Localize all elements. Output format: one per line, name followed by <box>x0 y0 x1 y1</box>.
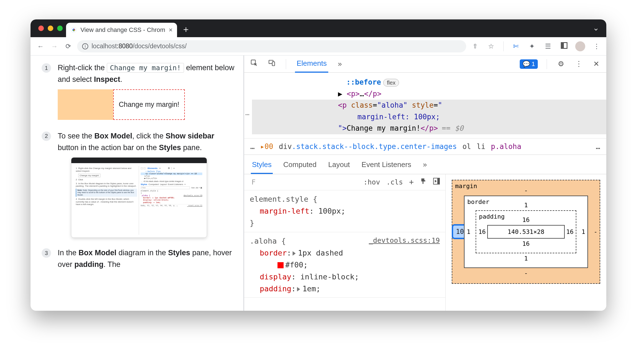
device-toggle-icon[interactable] <box>267 59 277 69</box>
content-area: 1 Right-click the Change my margin! elem… <box>31 55 606 311</box>
hov-toggle[interactable]: :hov <box>364 178 380 186</box>
traffic-zoom[interactable] <box>57 26 63 31</box>
tab-layout[interactable]: Layout <box>327 158 351 174</box>
page-pane: 1 Right-click the Change my margin! elem… <box>31 55 244 311</box>
chrome-menu-icon[interactable]: ⋮ <box>591 42 601 50</box>
extensions-icon[interactable]: ✦ <box>527 42 537 50</box>
styles-filter-input[interactable]: F <box>250 177 272 187</box>
step-2: 2 To see the Box Model, click the Show s… <box>42 130 235 239</box>
step-body: In the Box Model diagram in the Styles p… <box>58 247 235 271</box>
crumb-ol[interactable]: ol <box>462 142 471 151</box>
toolbar-actions: ⇧ ☆ ✄ ✦ ☰ ⋮ <box>470 41 601 51</box>
step-number: 2 <box>42 132 51 141</box>
settings-gear-icon[interactable]: ⚙ <box>556 60 566 68</box>
new-tab-button[interactable]: ＋ <box>177 22 195 37</box>
profile-avatar[interactable] <box>575 41 585 51</box>
cls-toggle[interactable]: .cls <box>386 178 403 186</box>
issues-chip[interactable]: 💬 1 <box>520 59 538 69</box>
back-button[interactable]: ← <box>36 42 46 50</box>
box-model-margin[interactable]: margin - 100 - border 1 1 1 padding 16 <box>452 180 600 284</box>
step-1: 1 Right-click the Change my margin! elem… <box>42 62 235 122</box>
flex-badge[interactable]: flex <box>383 79 399 87</box>
paint-icon[interactable] <box>420 178 427 186</box>
tab-overflow-icon[interactable]: ⌄ <box>593 23 599 32</box>
dom-tree[interactable]: ⋯ ::beforeflex ▶ <p>…</p> <p class="aloh… <box>244 73 606 138</box>
reload-button[interactable]: ⟳ <box>63 42 73 50</box>
side-panel-icon[interactable] <box>559 42 569 50</box>
dom-breadcrumbs[interactable]: … ▸00 div.stack.stack--block.type.center… <box>244 138 606 155</box>
tab-more[interactable]: » <box>422 158 428 174</box>
margin-highlight <box>58 89 113 120</box>
toolbar-separator <box>503 41 504 51</box>
crumb-li[interactable]: li <box>477 142 485 151</box>
url-text: localhost:8080/docs/devtools/css/ <box>92 42 187 50</box>
color-swatch[interactable] <box>277 262 284 268</box>
tab-computed[interactable]: Computed <box>282 158 318 174</box>
expand-triangle-icon[interactable] <box>292 251 296 256</box>
traffic-close[interactable] <box>38 26 44 31</box>
tab-overflow[interactable]: » <box>336 56 343 72</box>
styles-rules: F :hov .cls + element.style { margi <box>244 174 445 311</box>
devtools-menu-icon[interactable]: ⋮ <box>574 60 584 68</box>
traffic-minimize[interactable] <box>48 26 53 31</box>
bookmark-star-icon[interactable]: ☆ <box>486 42 496 50</box>
demo-element[interactable]: Change my margin! <box>113 89 185 120</box>
step-body: Right-click the Change my margin! elemen… <box>58 62 235 122</box>
step-number: 1 <box>42 63 51 73</box>
step-3: 3 In the Box Model diagram in the Styles… <box>42 247 235 271</box>
devtools-tab-bar: Elements » 💬 1 ⚙ ⋮ ✕ <box>244 55 606 73</box>
browser-toolbar: ← → ⟳ i localhost:8080/docs/devtools/css… <box>31 37 606 55</box>
styles-filter-bar: F :hov .cls + <box>244 174 445 190</box>
tab-strip: View and change CSS - Chrom × ＋ ⌄ <box>31 19 606 37</box>
step-body: To see the Box Model, click the Show sid… <box>58 130 235 239</box>
devtools-pane: Elements » 💬 1 ⚙ ⋮ ✕ ⋯ ::beforeflex ▶ <p… <box>244 55 606 311</box>
tab-close-icon[interactable]: × <box>169 26 173 34</box>
tab-title: View and change CSS - Chrom <box>80 26 165 34</box>
reading-list-icon[interactable]: ☰ <box>543 42 553 50</box>
tab-event-listeners[interactable]: Event Listeners <box>360 158 412 174</box>
rule-element-style[interactable]: element.style { margin-left: 100px; } <box>244 190 445 232</box>
crumb-p[interactable]: p.aloha <box>491 142 521 151</box>
tab-elements[interactable]: Elements <box>295 55 328 73</box>
crumb-div[interactable]: div.stack.stack--block.type.center-image… <box>279 142 457 151</box>
box-model-padding[interactable]: padding 16 16 16 140.531×28 16 <box>476 210 576 253</box>
step-number: 3 <box>42 248 51 258</box>
chrome-favicon <box>70 27 77 33</box>
browser-tab[interactable]: View and change CSS - Chrom × <box>66 23 177 37</box>
box-model-sidebar: margin - 100 - border 1 1 1 padding 16 <box>445 174 606 311</box>
dom-gutter-icon[interactable]: ⋯ <box>245 109 250 120</box>
devtools-close-icon[interactable]: ✕ <box>591 60 601 68</box>
site-info-icon[interactable]: i <box>82 43 88 49</box>
inline-code: Change my margin! <box>107 63 184 73</box>
dom-selected-node[interactable]: <p class="aloha" style=" margin-left: 10… <box>252 100 606 134</box>
svg-rect-2 <box>272 62 275 66</box>
styles-tab-bar: Styles Computed Layout Event Listeners » <box>244 155 606 174</box>
scissors-icon[interactable]: ✄ <box>511 42 521 50</box>
box-model-content[interactable]: 140.531×28 <box>487 225 565 239</box>
forward-button[interactable]: → <box>49 42 59 50</box>
expand-triangle-icon[interactable] <box>297 287 300 292</box>
rule-aloha[interactable]: .aloha { _devtools.scss:19 border:1px da… <box>244 232 445 298</box>
show-sidebar-icon[interactable] <box>433 178 440 186</box>
window-traffic-lights[interactable] <box>38 26 63 31</box>
source-link[interactable]: _devtools.scss:19 <box>369 235 440 247</box>
share-icon[interactable]: ⇧ <box>470 43 480 50</box>
tab-styles[interactable]: Styles <box>251 158 273 174</box>
box-model-border[interactable]: border 1 1 1 padding 16 16 16 140.531×28… <box>464 196 588 268</box>
omnibox[interactable]: i localhost:8080/docs/devtools/css/ <box>77 40 466 52</box>
screenshot-thumbnail: 1 Right-click the Change my margin! elem… <box>71 157 207 238</box>
new-rule-button[interactable]: + <box>409 178 414 187</box>
inspect-icon[interactable] <box>249 59 259 69</box>
